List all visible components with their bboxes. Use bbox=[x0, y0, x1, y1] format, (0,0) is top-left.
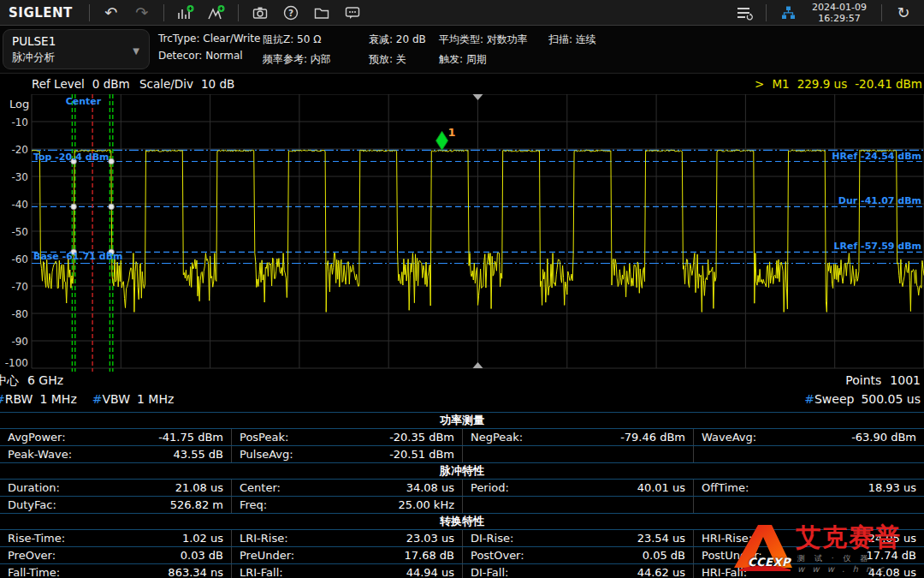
points-value: 1001 bbox=[890, 373, 921, 387]
measurement-label: HRI-Rise: bbox=[702, 530, 752, 546]
table-cell: LRI-Rise:23.03 us bbox=[231, 530, 462, 546]
bandwidth-readout[interactable]: #RBW1 MHz#VBW1 MHz bbox=[0, 392, 174, 406]
setting-扫描[interactable]: 扫描: 连续 bbox=[548, 33, 617, 47]
settings-column: 阻抗Z: 50 Ω频率参考: 内部 bbox=[263, 33, 369, 67]
setting-TrcType[interactable]: TrcType: Clear/Write bbox=[158, 33, 263, 45]
setting-阻抗Z[interactable]: 阻抗Z: 50 Ω bbox=[263, 33, 369, 47]
measurement-label: OffTime: bbox=[702, 480, 749, 496]
table-cell: LRI-Fall:44.94 us bbox=[231, 564, 462, 578]
table-cell: PostOver:0.05 dB bbox=[462, 547, 693, 563]
measurement-value: -20.51 dBm bbox=[389, 446, 454, 462]
measurement-label: NegPeak: bbox=[471, 429, 523, 445]
table-cell: PreUnder:17.68 dB bbox=[231, 547, 462, 563]
undo-icon[interactable]: ↶ bbox=[96, 2, 127, 24]
marker-prefix: > bbox=[755, 77, 764, 91]
add-trace-icon[interactable] bbox=[170, 2, 201, 24]
table-cell: Peak-Wave:43.55 dB bbox=[0, 446, 231, 462]
settings-column: TrcType: Clear/WriteDetecor: Normal bbox=[158, 33, 263, 67]
message-icon[interactable] bbox=[337, 2, 368, 24]
ref-level-value: 0 dBm bbox=[92, 77, 130, 91]
measurement-label: PreOver: bbox=[8, 547, 56, 563]
table-cell: DI-Fall:44.62 us bbox=[462, 564, 693, 578]
measurement-label: Center: bbox=[240, 480, 281, 496]
measurement-label: HRI-Fall: bbox=[702, 564, 747, 578]
ref-level-readout[interactable]: Ref Level0 dBm bbox=[32, 77, 130, 91]
center-frequency-label: 中心 bbox=[0, 373, 19, 387]
measurement-value: 526.82 m bbox=[170, 497, 223, 513]
center-frequency-value: 6 GHz bbox=[27, 373, 63, 387]
measurement-tables: 功率测量AvgPower:-41.75 dBmPosPeak:-20.35 dB… bbox=[0, 412, 924, 578]
ref-label-HRef: HRef -24.54 dBm bbox=[832, 151, 921, 162]
measurement-label: PostUnder: bbox=[702, 547, 762, 563]
setting-平均类型[interactable]: 平均类型: 对数功率 bbox=[439, 33, 548, 47]
settings-column: 衰减: 20 dB预放: 关 bbox=[369, 33, 439, 67]
setting-衰减[interactable]: 衰减: 20 dB bbox=[369, 33, 439, 47]
measurement-value: -20.35 dBm bbox=[389, 429, 454, 445]
screenshot-camera-icon[interactable] bbox=[245, 2, 275, 24]
preset-list-icon[interactable] bbox=[729, 2, 760, 24]
measurement-value: -41.75 dBm bbox=[158, 429, 223, 445]
table-cell: DI-Rise:23.54 us bbox=[462, 530, 693, 546]
sweep-readout[interactable]: #Sweep500.05 us bbox=[804, 392, 921, 406]
scale-div-readout[interactable]: Scale/Div10 dB bbox=[139, 77, 234, 91]
measurement-label: Peak-Wave: bbox=[8, 446, 72, 462]
setting-预放[interactable]: 预放: 关 bbox=[369, 52, 439, 67]
setting-Detecor[interactable]: Detecor: Normal bbox=[158, 50, 263, 62]
mode-title: PULSE1 bbox=[12, 34, 140, 48]
y-axis-tick-label: -60 bbox=[11, 253, 28, 265]
y-axis-tick-label: -100 bbox=[5, 357, 28, 369]
rbw-label: RBW bbox=[5, 392, 33, 406]
sweep-value: 500.05 us bbox=[861, 392, 921, 406]
pulse-trace-chart: Top -20.4 dBmHRef -24.54 dBmDur -41.07 d… bbox=[0, 94, 924, 372]
ref-label-Base: Base -61.71 dBm bbox=[33, 251, 123, 262]
measurement-value: 23.03 us bbox=[406, 530, 454, 546]
setting-触发[interactable]: 触发: 周期 bbox=[439, 52, 548, 67]
marker-1-label: 1 bbox=[448, 126, 456, 139]
marker-1-diamond[interactable] bbox=[436, 131, 448, 150]
siglent-logo: SIGLENT bbox=[0, 5, 83, 21]
mode-subtitle: 脉冲分析 bbox=[12, 51, 140, 65]
network-icon[interactable] bbox=[773, 2, 803, 24]
table-cell: PulseAvg:-20.51 dBm bbox=[231, 446, 462, 462]
redo-icon[interactable]: ↷ bbox=[127, 2, 157, 24]
svg-text:?: ? bbox=[288, 8, 293, 18]
scale-div-label: Scale/Div bbox=[139, 77, 193, 91]
marker-name: M1 bbox=[772, 77, 789, 91]
add-marker-icon[interactable] bbox=[201, 2, 232, 24]
table-cell: WaveAvg:-63.90 dBm bbox=[693, 429, 924, 445]
table-cell bbox=[462, 446, 693, 462]
y-axis-tick-label: -10 bbox=[11, 116, 28, 128]
sweep-label: Sweep bbox=[814, 392, 854, 406]
table-cell: Period:40.01 us bbox=[462, 480, 693, 496]
measurement-value: 21.08 us bbox=[175, 480, 223, 496]
top-toolbar: SIGLENT ↶ ↷ ? bbox=[0, 0, 924, 26]
measurement-label: AvgPower: bbox=[8, 429, 66, 445]
settings-column: 平均类型: 对数功率触发: 周期 bbox=[439, 33, 548, 67]
y-axis-tick-label: -20 bbox=[11, 144, 28, 156]
ref-label-Top: Top -20.4 dBm bbox=[33, 152, 110, 163]
history-restore-icon[interactable]: ↻ bbox=[888, 2, 919, 24]
help-icon[interactable]: ? bbox=[275, 2, 306, 24]
measurement-label: Fall-Time: bbox=[8, 564, 60, 578]
measurement-value: 18.93 us bbox=[868, 480, 916, 496]
measurement-label: LRI-Rise: bbox=[240, 530, 288, 546]
marker-x-value: 229.9 us bbox=[797, 77, 848, 91]
ref-label-LRef: LRef -57.59 dBm bbox=[834, 241, 921, 252]
toolbar-divider bbox=[881, 4, 882, 21]
table-row: Fall-Time:863.34 nsLRI-Fall:44.94 usDI-F… bbox=[0, 564, 924, 578]
sweep-hash: # bbox=[804, 392, 814, 406]
measurement-value: 40.01 us bbox=[637, 480, 685, 496]
vbw-label: VBW bbox=[102, 392, 130, 406]
date-text: 2024-01-09 bbox=[812, 2, 867, 13]
table-row: AvgPower:-41.75 dBmPosPeak:-20.35 dBmNeg… bbox=[0, 429, 924, 446]
center-frequency-readout[interactable]: 中心6 GHz bbox=[0, 373, 63, 389]
center-gate-label: Center bbox=[66, 96, 102, 107]
mode-dropdown[interactable]: PULSE1 脉冲分析 ▼ bbox=[3, 29, 150, 69]
setting-频率参考[interactable]: 频率参考: 内部 bbox=[263, 52, 369, 67]
points-label: Points bbox=[845, 373, 881, 387]
y-axis-tick-label: -50 bbox=[11, 226, 28, 238]
measurement-label: Period: bbox=[471, 480, 509, 496]
file-folder-icon[interactable] bbox=[306, 2, 337, 24]
measurement-value: 0.03 dB bbox=[181, 547, 223, 563]
vbw-value: 1 MHz bbox=[137, 392, 174, 406]
